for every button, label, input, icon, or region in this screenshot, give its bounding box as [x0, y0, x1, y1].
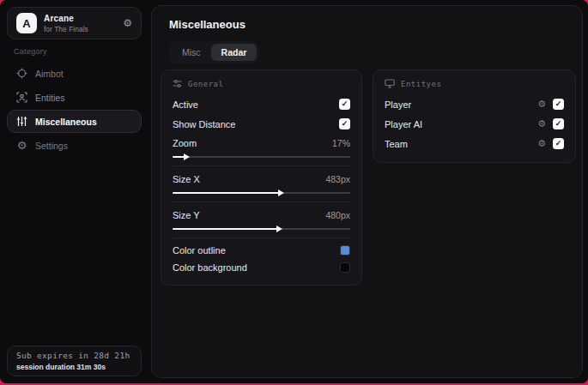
sidebar-nav: Aimbot Entities: [0, 62, 149, 158]
brand-title: Arcane: [44, 14, 88, 23]
general-panel: General Active ✓ Show Distance ✓: [161, 69, 362, 286]
check-icon: ✓: [555, 140, 562, 147]
crosshair-icon: [16, 68, 27, 79]
entities-panel-header: Entityes: [385, 79, 564, 88]
slider-value: 480px: [325, 210, 350, 220]
entity-label: Player AI: [385, 119, 422, 129]
slider-size-y: Size Y 480px: [173, 206, 350, 232]
slider-thumb[interactable]: [278, 189, 284, 196]
color-swatch-outline[interactable]: [340, 245, 350, 256]
app-logo: A: [16, 13, 37, 33]
sidebar-item-label: Aimbot: [35, 69, 64, 79]
sliders-horizontal-icon: [173, 79, 182, 88]
checkbox-checked[interactable]: ✓: [339, 118, 350, 129]
sliders-icon: [16, 116, 27, 127]
general-panel-header: General: [173, 79, 350, 88]
sidebar-item-label: Settings: [35, 141, 68, 151]
tab-bar: Misc Radar: [169, 41, 259, 63]
slider-track[interactable]: [173, 225, 350, 232]
slider-thumb[interactable]: [184, 153, 190, 160]
gear-icon[interactable]: ⚙: [537, 119, 546, 129]
slider-value: 483px: [325, 174, 350, 184]
toggle-row-active: Active ✓: [173, 94, 350, 114]
monitor-icon: [385, 79, 395, 88]
sidebar: A Arcane for The Finals ⚙ Category Aimbo…: [0, 0, 149, 383]
gear-icon[interactable]: ⚙: [537, 99, 546, 109]
color-label: Color background: [173, 262, 247, 273]
slider-label: Size X: [173, 174, 200, 184]
tab-misc[interactable]: Misc: [172, 44, 211, 61]
check-icon: ✓: [555, 100, 562, 108]
entity-row-player: Player ⚙ ✓: [385, 94, 564, 114]
color-row-background: Color background: [173, 259, 350, 276]
slider-size-x: Size X 483px: [173, 170, 350, 196]
sidebar-item-label: Entities: [35, 93, 64, 103]
entities-panel: Entityes Player ⚙ ✓ Player AI ⚙: [373, 69, 576, 163]
divider: [173, 165, 350, 166]
slider-label: Zoom: [173, 138, 197, 148]
gear-icon[interactable]: ⚙: [537, 139, 546, 148]
toggle-row-show-distance: Show Distance ✓: [173, 114, 350, 134]
checkbox-checked[interactable]: ✓: [553, 138, 564, 149]
checkbox-checked[interactable]: ✓: [553, 99, 564, 110]
brand-subtitle: for The Finals: [44, 25, 88, 33]
general-panel-title: General: [188, 80, 223, 88]
slider-track[interactable]: [173, 189, 350, 196]
sidebar-item-label: Miscellaneous: [35, 117, 97, 127]
app-window: A Arcane for The Finals ⚙ Category Aimbo…: [0, 0, 588, 383]
check-icon: ✓: [555, 120, 562, 128]
color-label: Color outline: [173, 245, 226, 256]
slider-value: 17%: [332, 138, 350, 148]
sidebar-item-settings[interactable]: ⚙ Settings: [7, 134, 142, 157]
brand-text: Arcane for The Finals: [44, 14, 88, 33]
entity-label: Team: [385, 139, 408, 149]
subscription-card: Sub expires in 28d 21h session duration …: [7, 346, 142, 376]
entity-row-player-ai: Player AI ⚙ ✓: [385, 114, 564, 134]
checkbox-checked[interactable]: ✓: [553, 118, 564, 129]
brand-card: A Arcane for The Finals ⚙: [7, 7, 142, 39]
panels-row: General Active ✓ Show Distance ✓: [161, 69, 576, 286]
slider-zoom: Zoom 17%: [173, 134, 350, 160]
toggle-label: Show Distance: [173, 119, 235, 129]
tab-radar[interactable]: Radar: [211, 44, 258, 61]
session-duration-text: session duration 31m 30s: [16, 363, 132, 371]
toggle-label: Active: [173, 99, 198, 110]
sidebar-item-aimbot[interactable]: Aimbot: [7, 62, 142, 85]
entities-panel-title: Entityes: [401, 80, 441, 88]
slider-track[interactable]: [173, 153, 350, 160]
main-content: Miscellaneous Misc Radar General: [151, 5, 583, 378]
entity-label: Player: [385, 99, 411, 110]
entities-icon: [16, 92, 27, 103]
sidebar-item-entities[interactable]: Entities: [7, 86, 142, 109]
color-swatch-background[interactable]: [340, 262, 350, 273]
entity-row-team: Team ⚙ ✓: [385, 134, 564, 153]
sub-expires-text: Sub expires in 28d 21h: [16, 351, 132, 360]
category-label: Category: [14, 47, 47, 56]
slider-label: Size Y: [173, 210, 200, 220]
divider: [173, 238, 350, 238]
divider: [173, 202, 350, 202]
sidebar-item-miscellaneous[interactable]: Miscellaneous: [7, 110, 142, 133]
checkbox-checked[interactable]: ✓: [339, 99, 350, 110]
check-icon: ✓: [342, 120, 349, 128]
page-title: Miscellaneous: [169, 18, 246, 31]
color-row-outline: Color outline: [173, 242, 350, 259]
slider-thumb[interactable]: [276, 226, 282, 232]
gear-icon[interactable]: ⚙: [123, 18, 132, 28]
check-icon: ✓: [342, 100, 349, 108]
gear-icon: ⚙: [16, 140, 27, 151]
